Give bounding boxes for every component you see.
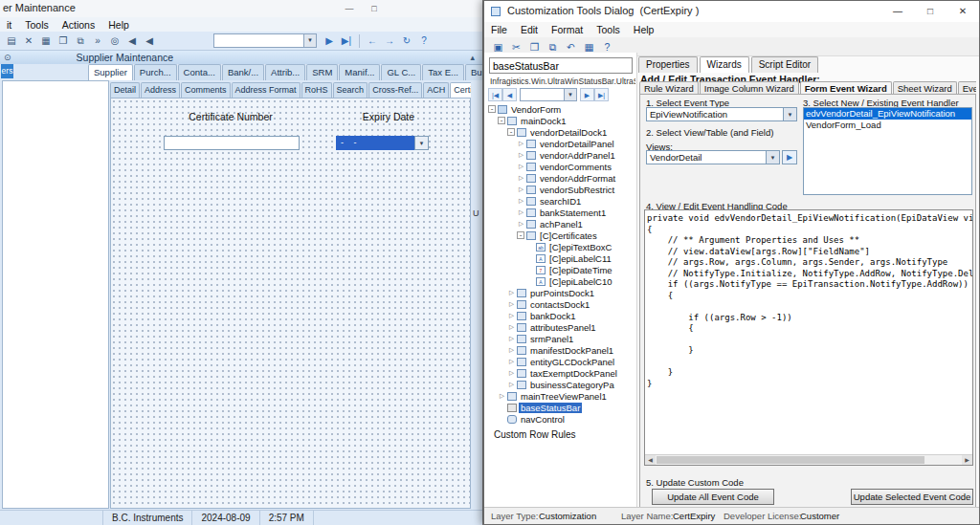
tab-address-format[interactable]: Address Format <box>232 82 301 98</box>
code-hscrollbar[interactable]: ◀ ▶ <box>645 454 972 465</box>
tree-node-vendorsubrestrict[interactable]: ▷vendorSubRestrict <box>486 184 636 195</box>
first-record-icon[interactable]: ◀ <box>123 33 141 49</box>
tab-certificates[interactable]: Certificates <box>450 82 471 98</box>
expand-arrow-icon[interactable]: ▷ <box>507 381 516 388</box>
tab-attrib[interactable]: Attrib... <box>265 64 305 80</box>
minimize-button[interactable]: — <box>881 1 914 22</box>
menu-file[interactable]: File <box>484 24 514 35</box>
tree-node-bankdock1[interactable]: ▷bankDock1 <box>486 310 636 321</box>
tree-node-srmpanel1[interactable]: ▷srmPanel1 <box>486 333 636 344</box>
menu-tools[interactable]: Tools <box>18 19 56 31</box>
handler-vendorform-load[interactable]: VendorForm_Load <box>804 120 971 131</box>
record-combobox[interactable]: ▼ <box>213 33 317 48</box>
expand-minus-icon[interactable]: - <box>517 231 524 239</box>
expand-arrow-icon[interactable]: ▷ <box>507 312 516 319</box>
minimize-button[interactable]: — <box>337 0 362 17</box>
update-selected-event-code-button[interactable]: Update Selected Event Code <box>851 489 973 505</box>
tree-node-basestatusbar[interactable]: baseStatusBar <box>486 402 636 413</box>
dropdown-icon[interactable]: ▼ <box>303 34 316 47</box>
expiry-date-dropdown-button[interactable]: ▼ <box>414 136 429 150</box>
tab-wizards[interactable]: Wizards <box>700 56 749 73</box>
expand-arrow-icon[interactable]: ▷ <box>507 323 516 331</box>
tree-node-c-epilabelc10[interactable]: [C]epiLabelC10 <box>486 275 636 287</box>
tree-node-businesscategorypa[interactable]: ▷businessCategoryPa <box>486 379 636 390</box>
code-editor[interactable]: private void edvVendorDetail_EpiViewNoti… <box>644 209 973 466</box>
close-button[interactable]: ✕ <box>947 1 979 22</box>
selected-control-textbox[interactable] <box>489 57 633 74</box>
tab-tax-e[interactable]: Tax E... <box>422 64 464 80</box>
tree-node-purpointsdock1[interactable]: ▷purPointsDock1 <box>486 287 636 298</box>
overflow-chevron-icon[interactable]: » <box>89 33 106 49</box>
scroll-right-icon[interactable]: ▶ <box>962 455 972 465</box>
tab-manif[interactable]: Manif... <box>339 64 380 80</box>
next-icon[interactable]: ▶ <box>580 88 594 101</box>
tab-supplier[interactable]: Supplier <box>88 64 133 80</box>
scroll-left-icon[interactable]: ◀ <box>645 455 656 465</box>
expand-minus-icon[interactable]: - <box>488 105 496 113</box>
handler-edvvendordetail-epiviewnotification[interactable]: edvVendorDetail_EpiViewNotification <box>804 108 971 120</box>
paste-icon[interactable]: ⧉ <box>72 33 89 49</box>
expand-arrow-icon[interactable]: ▷ <box>507 289 516 296</box>
tab-event-w[interactable]: Event W... <box>958 81 976 95</box>
tab-sheet-wizard[interactable]: Sheet Wizard <box>893 81 957 95</box>
tab-cross-ref[interactable]: Cross-Ref... <box>368 82 422 98</box>
tree-node-manifestdockpanel1[interactable]: ▷manifestDockPanel1 <box>486 344 636 356</box>
views-combobox[interactable]: VendorDetail ▼ <box>646 150 780 164</box>
event-handler-listbox[interactable]: edvVendorDetail_EpiViewNotificationVendo… <box>803 107 972 195</box>
menu-tools[interactable]: Tools <box>590 24 627 35</box>
last-record-icon[interactable]: ▶| <box>338 33 355 49</box>
tab-srm[interactable]: SRM <box>306 64 338 80</box>
search-icon[interactable]: ◎ <box>106 33 123 49</box>
menu-help[interactable]: Help <box>627 24 661 35</box>
tree-node-vendordetaildock1[interactable]: -vendorDetailDock1 <box>486 126 636 138</box>
tree-node-contactsdock1[interactable]: ▷contactsDock1 <box>486 298 636 310</box>
menu-it[interactable]: it <box>0 19 18 31</box>
prev-icon[interactable]: ◀ <box>502 88 517 101</box>
expand-arrow-icon[interactable]: ▷ <box>507 369 516 377</box>
forward-icon[interactable]: → <box>381 33 398 49</box>
maximize-button[interactable]: □ <box>914 1 947 22</box>
clear-icon[interactable]: ✕ <box>20 33 37 49</box>
tab-purch[interactable]: Purch... <box>134 64 177 80</box>
tab-busin[interactable]: Busin... <box>465 64 482 80</box>
copy-icon[interactable]: ❐ <box>55 33 72 49</box>
tree-node-vendoraddrformat[interactable]: ▷vendorAddrFormat <box>486 172 636 184</box>
expand-arrow-icon[interactable]: ▷ <box>517 220 525 228</box>
tab-conta[interactable]: Conta... <box>178 64 221 80</box>
tree-node-navcontrol[interactable]: navControl <box>486 413 636 425</box>
tab-properties[interactable]: Properties <box>638 56 698 73</box>
tree-node-maindock1[interactable]: -mainDock1 <box>486 115 636 126</box>
expand-minus-icon[interactable]: - <box>507 128 515 136</box>
tree-node-bankstatement1[interactable]: ▷bankStatement1 <box>486 207 636 218</box>
tree-node-c-epidatetime[interactable]: [C]epiDateTime <box>486 264 636 275</box>
tree-node-c-epitextboxc[interactable]: [C]epiTextBoxC <box>486 241 636 252</box>
dropdown-icon[interactable]: ▼ <box>564 89 576 100</box>
last-icon[interactable]: ▶| <box>594 88 609 101</box>
tab-ach[interactable]: ACH <box>423 82 449 98</box>
back-icon[interactable]: ← <box>364 33 381 49</box>
help-icon[interactable]: ? <box>415 33 433 49</box>
dropdown-icon[interactable]: ▼ <box>766 151 779 164</box>
expand-arrow-icon[interactable]: ▷ <box>517 174 525 182</box>
collapse-icon[interactable]: ▴ <box>470 53 475 62</box>
expand-minus-icon[interactable]: - <box>498 117 505 124</box>
tab-rule-wizard[interactable]: Rule Wizard <box>639 81 699 95</box>
expand-arrow-icon[interactable]: ▷ <box>517 197 525 205</box>
tab-detail[interactable]: Detail <box>110 82 140 98</box>
grid-icon[interactable]: ▤ <box>3 33 20 49</box>
expand-arrow-icon[interactable]: ▷ <box>517 151 525 159</box>
tab-comments[interactable]: Comments <box>181 82 231 98</box>
tab-search[interactable]: Search <box>333 82 368 98</box>
menu-help[interactable]: Help <box>101 19 136 31</box>
menu-actions[interactable]: Actions <box>56 19 101 31</box>
certificate-number-input[interactable] <box>164 136 300 150</box>
expiry-date-input[interactable]: - - <box>336 136 414 150</box>
tree-node-achpanel1[interactable]: ▷achPanel1 <box>486 218 636 230</box>
side-tab-suppliers[interactable]: ers <box>1 64 13 78</box>
refresh-icon[interactable]: ↻ <box>398 33 415 49</box>
tree-node-entityglcdockpanel[interactable]: ▷entityGLCDockPanel <box>486 356 636 367</box>
expand-arrow-icon[interactable]: ▷ <box>507 300 516 308</box>
expand-arrow-icon[interactable]: ▷ <box>517 140 525 147</box>
tab-image-column-wizard[interactable]: Image Column Wizard <box>700 81 799 95</box>
menu-format[interactable]: Format <box>545 24 590 35</box>
